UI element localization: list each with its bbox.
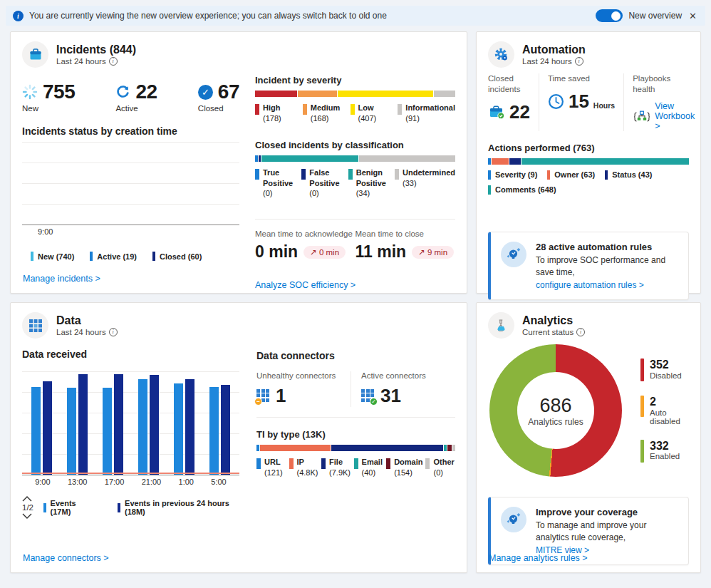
donut-center-value: 686	[539, 395, 571, 417]
legend-swatch	[255, 169, 259, 180]
connector-ok-icon: ✓	[361, 389, 375, 403]
legend-swatch	[351, 104, 355, 115]
playbooks-health-stat: Playbooks health View Workbook >	[623, 73, 703, 131]
legend-swatch	[90, 252, 93, 261]
stat-label: Active	[115, 104, 157, 113]
donut-legend: 352Disabled 2Auto disabled 332Enabled	[640, 359, 689, 463]
bar-segment	[255, 155, 258, 162]
closed-incidents-stat: Closed incidents 22	[488, 73, 539, 131]
chevron-up-icon[interactable]	[22, 496, 32, 502]
info-banner: i You are currently viewing the new over…	[6, 6, 705, 26]
info-icon[interactable]: i	[109, 57, 118, 66]
callout-text: To manage and improve your analytics rul…	[536, 520, 678, 545]
anomaly-baseline	[22, 473, 239, 474]
configure-automation-rules-link[interactable]: configure automation rules >	[536, 280, 644, 290]
card-subtitle: Current status	[522, 328, 574, 336]
analytics-icon	[488, 312, 514, 339]
legend-swatch	[354, 458, 358, 469]
bar-segment	[298, 91, 337, 97]
legend-item: URL(121)	[256, 457, 286, 478]
bar-segment	[444, 445, 447, 451]
new-count: 755	[43, 81, 75, 103]
bar-segment	[521, 158, 689, 165]
legend-item: Events in previous 24 hours (18M)	[118, 499, 239, 516]
stat-new: 755 New	[22, 81, 75, 113]
manage-connectors-link[interactable]: Manage connectors >	[23, 553, 109, 563]
lightbulb-icon	[501, 507, 526, 532]
chevron-down-icon[interactable]	[22, 513, 32, 519]
closed-incidents-value: 22	[509, 101, 530, 123]
legend-swatch	[31, 252, 33, 261]
bar-group	[67, 370, 88, 475]
legend-swatch	[386, 458, 390, 469]
legend-swatch	[398, 104, 402, 115]
closed-count: 67	[218, 81, 239, 103]
actions-bar	[488, 158, 689, 165]
banner-message: You are currently viewing the new overvi…	[29, 11, 387, 21]
workflow-icon	[633, 109, 651, 123]
data-connectors-title: Data connectors	[256, 350, 455, 361]
legend-item: Owner (63)	[547, 170, 595, 180]
info-icon: i	[13, 11, 24, 21]
legend-item: Domain(154)	[386, 457, 422, 478]
card-subtitle: Last 24 hours	[56, 57, 106, 66]
severity-bar	[255, 91, 455, 97]
data-received-chart	[22, 370, 239, 475]
legend-swatch	[303, 104, 307, 115]
legend-item: Undetermined(33)	[395, 167, 455, 200]
analyze-soc-efficiency-link[interactable]: Analyze SOC efficiency >	[255, 280, 356, 290]
legend-swatch	[395, 169, 399, 180]
toggle-label: New overview	[628, 11, 682, 21]
x-axis-label: 21:00	[142, 478, 162, 486]
mean-time-close: Mean time to close 11 min ↗ 9 min	[356, 229, 456, 262]
check-circle-icon: ✓	[198, 85, 213, 100]
incidents-icon	[22, 41, 48, 68]
data-icon	[22, 312, 48, 339]
toggle-knob	[611, 11, 621, 21]
view-workbook-link[interactable]: View Workbook >	[633, 101, 695, 131]
legend-item: IP(4.8K)	[289, 457, 319, 478]
card-subtitle: Last 24 hours	[56, 328, 106, 336]
legend-item: Status (43)	[605, 170, 652, 180]
legend-swatch	[321, 458, 326, 469]
legend-item: True Positive(0)	[255, 167, 297, 200]
legend-item: Benign Positive(34)	[348, 167, 390, 200]
x-axis-label: 9:00	[35, 478, 50, 486]
manage-incidents-link[interactable]: Manage incidents >	[23, 274, 100, 284]
classification-legend: True Positive(0) False Positive(0) Benig…	[255, 167, 455, 200]
callout-text: To improve SOC performance and save time…	[536, 254, 678, 279]
bar-segment	[452, 445, 455, 451]
close-icon[interactable]: ✕	[687, 11, 698, 21]
donut-legend-item: 2Auto disabled	[640, 396, 689, 425]
chart-pager: 1/2	[22, 496, 33, 519]
legend-swatch	[255, 104, 259, 115]
bar-group	[174, 370, 194, 475]
new-overview-toggle[interactable]	[596, 9, 623, 22]
unhealthy-connectors-stat: Unhealthy connectors − 1	[256, 371, 351, 407]
stat-label: New	[22, 104, 75, 113]
callout-title: Improve your coverage	[536, 507, 678, 517]
info-icon[interactable]: i	[576, 328, 585, 336]
clock-icon	[548, 93, 564, 110]
card-title: Analytics	[522, 314, 585, 327]
donut-legend-item: 352Disabled	[640, 359, 689, 381]
x-axis-labels: 9:0013:0017:0021:001:005:00	[22, 478, 239, 486]
info-icon[interactable]: i	[109, 328, 118, 336]
legend-item: Email(40)	[354, 457, 384, 478]
legend-swatch	[43, 503, 46, 512]
bar-segment	[488, 158, 491, 165]
bar-segment	[256, 445, 259, 451]
classification-chart-title: Closed incidents by classification	[255, 140, 455, 150]
legend-item: Closed (60)	[152, 252, 202, 261]
bar-segment	[509, 158, 521, 165]
info-icon[interactable]: i	[575, 57, 583, 66]
legend-swatch	[152, 252, 155, 261]
legend-item: New (740)	[31, 252, 74, 261]
manage-analytics-rules-link[interactable]: Manage analytics rules >	[489, 553, 588, 563]
legend-item: Severity (9)	[488, 170, 537, 180]
automation-rules-callout: 28 active automation rules To improve SO…	[488, 232, 689, 300]
briefcase-check-icon	[488, 104, 505, 120]
legend-swatch	[488, 185, 491, 195]
legend-item: Events (17M)	[43, 499, 93, 516]
time-saved-unit: Hours	[593, 101, 615, 110]
